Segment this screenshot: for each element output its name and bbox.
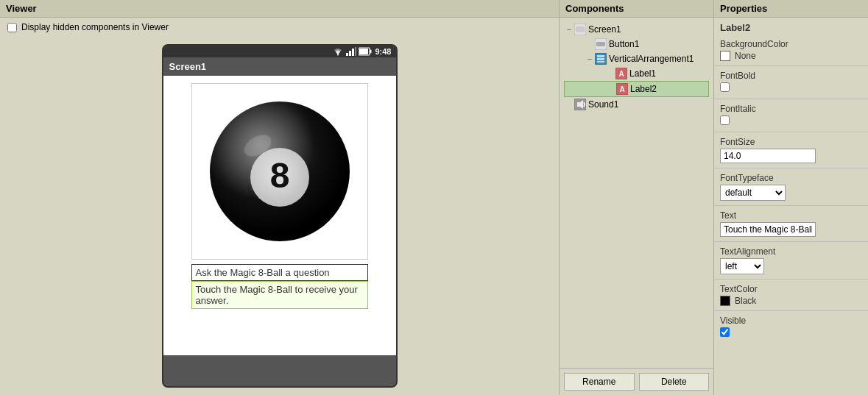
properties-component-name: Label2 <box>714 18 868 36</box>
tree-node-label2[interactable]: A Label2 <box>564 81 709 97</box>
screen1-icon <box>574 24 586 35</box>
magic-ball-image: 8 <box>206 98 353 245</box>
phone-screen: 8 Ask the Magic 8-Ball a question Touch … <box>163 76 396 355</box>
text-input[interactable] <box>720 222 816 237</box>
vertical1-icon <box>595 53 607 65</box>
tree-node-label1[interactable]: A Label1 <box>564 66 709 81</box>
properties-panel: Properties Label2 BackgroundColor None F… <box>714 0 868 395</box>
svg-rect-16 <box>596 42 605 46</box>
divider-1 <box>714 65 868 66</box>
prop-font-italic: FontItalic <box>714 101 868 130</box>
button1-icon <box>595 38 607 50</box>
font-typeface-select[interactable]: default serif sans-serif monospace <box>720 185 786 201</box>
svg-rect-7 <box>359 49 368 54</box>
viewer-toolbar: Display hidden components in Viewer <box>0 18 559 37</box>
prop-background-color-value[interactable]: None <box>720 51 862 61</box>
prop-text-color-label: TextColor <box>720 284 862 294</box>
components-header: Components <box>560 0 713 18</box>
tree-node-button1[interactable]: Button1 <box>564 37 709 51</box>
text-alignment-select[interactable]: left center right <box>720 258 764 274</box>
label2-icon: A <box>616 83 628 95</box>
svg-rect-3 <box>352 49 354 56</box>
phone-time: 9:48 <box>375 47 391 56</box>
tree-node-vertical1[interactable]: − VerticalArrangement1 <box>564 51 709 66</box>
prop-font-size: FontSize <box>714 134 868 166</box>
prop-visible: Visible <box>714 313 868 342</box>
svg-rect-18 <box>597 55 604 57</box>
visible-checkbox[interactable] <box>720 327 730 337</box>
divider-6 <box>714 241 868 242</box>
divider-7 <box>714 279 868 280</box>
vertical1-label: VerticalArrangement1 <box>609 54 694 64</box>
label2-tree-label: Label2 <box>630 84 657 94</box>
viewer-header: Viewer <box>0 0 559 18</box>
font-bold-checkbox[interactable] <box>720 82 730 92</box>
prop-background-color-label: BackgroundColor <box>720 39 862 49</box>
label1-display: Ask the Magic 8-Ball a question <box>191 264 368 281</box>
divider-8 <box>714 310 868 311</box>
font-size-input[interactable] <box>720 149 816 163</box>
font-italic-checkbox[interactable] <box>720 115 730 125</box>
divider-4 <box>714 168 868 168</box>
component-tree: − Screen1 Button1 − <box>560 18 713 368</box>
prop-text-label: Text <box>720 210 862 221</box>
label1-icon: A <box>615 68 627 79</box>
hidden-components-label: Display hidden components in Viewer <box>21 22 169 32</box>
prop-text-color-value[interactable]: Black <box>720 296 862 306</box>
component-actions: Rename Delete <box>560 368 713 395</box>
status-icons <box>332 47 372 56</box>
hidden-components-checkbox[interactable] <box>7 23 17 32</box>
prop-text-alignment-label: TextAlignment <box>720 246 862 257</box>
prop-font-typeface: FontTypeface default serif sans-serif mo… <box>714 170 868 204</box>
prop-font-bold-label: FontBold <box>720 71 862 81</box>
divider-5 <box>714 205 868 206</box>
background-color-swatch[interactable] <box>720 51 730 61</box>
svg-rect-1 <box>346 53 348 56</box>
svg-rect-2 <box>349 51 351 56</box>
battery-icon <box>359 47 372 56</box>
screen1-label: Screen1 <box>588 24 621 35</box>
rename-button[interactable]: Rename <box>564 373 635 391</box>
prop-font-size-label: FontSize <box>720 137 862 147</box>
divider-3 <box>714 132 868 132</box>
viewer-content: 9:48 Screen1 <box>0 37 559 395</box>
divider-2 <box>714 99 868 99</box>
phone-statusbar: 9:48 <box>163 46 396 57</box>
phone-titlebar: Screen1 <box>163 57 396 76</box>
prop-visible-label: Visible <box>720 316 862 326</box>
tree-toggle-screen1[interactable]: − <box>564 25 574 34</box>
background-color-text: None <box>735 51 756 61</box>
magic-ball-container: 8 <box>191 83 368 260</box>
viewer-panel: Viewer Display hidden components in View… <box>0 0 560 395</box>
prop-font-italic-label: FontItalic <box>720 104 862 114</box>
prop-font-typeface-label: FontTypeface <box>720 173 862 183</box>
components-panel: Components − Screen1 Button1 − <box>560 0 714 395</box>
svg-rect-4 <box>355 47 356 56</box>
svg-rect-6 <box>370 50 372 54</box>
svg-rect-14 <box>576 26 585 32</box>
prop-font-bold: FontBold <box>714 68 868 97</box>
tree-node-screen1[interactable]: − Screen1 <box>564 22 709 37</box>
text-color-text: Black <box>735 296 756 306</box>
sound1-label: Sound1 <box>588 99 618 110</box>
tree-toggle-vertical1[interactable]: − <box>585 54 595 63</box>
label2-display: Touch the Magic 8-Ball to receive your a… <box>191 281 368 309</box>
text-color-swatch[interactable] <box>720 296 730 306</box>
delete-button[interactable]: Delete <box>639 373 710 391</box>
svg-text:A: A <box>619 85 624 93</box>
svg-text:8: 8 <box>269 156 289 195</box>
prop-background-color: BackgroundColor None <box>714 36 868 64</box>
phone-frame: 9:48 Screen1 <box>162 44 398 388</box>
svg-point-0 <box>337 54 339 56</box>
svg-rect-20 <box>597 61 604 63</box>
tree-node-sound1[interactable]: Sound1 <box>564 97 709 112</box>
prop-text-alignment: TextAlignment left center right <box>714 243 868 277</box>
label1-tree-label: Label1 <box>629 68 656 79</box>
sound1-icon <box>574 99 586 110</box>
prop-text: Text <box>714 207 868 240</box>
svg-rect-19 <box>597 58 604 60</box>
wifi-icon <box>332 47 344 56</box>
properties-header: Properties <box>714 0 868 18</box>
signal-icon <box>346 47 356 56</box>
svg-text:A: A <box>618 70 624 78</box>
